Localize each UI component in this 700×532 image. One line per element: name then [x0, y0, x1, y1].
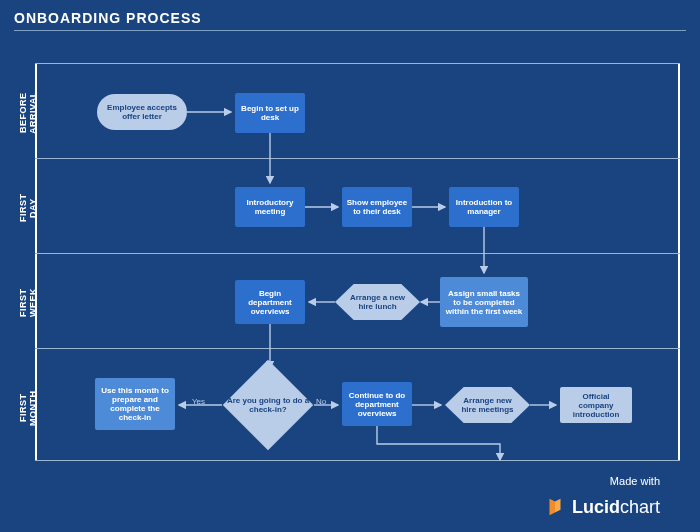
page-title: ONBOARDING PROCESS: [14, 10, 202, 26]
lane-divider: [35, 348, 680, 349]
node-setup-desk: Begin to set up desk: [235, 93, 305, 133]
node-company-intro: Official company introduction: [560, 387, 632, 423]
footer-made-with: Made with: [610, 475, 660, 487]
node-intro-meeting: Introductory meeting: [235, 187, 305, 227]
node-continue-dept: Continue to do department overviews: [342, 382, 412, 426]
lane-divider: [35, 253, 680, 254]
lane-label-month: FIRST MONTH: [18, 378, 32, 438]
title-underline: [14, 30, 686, 31]
node-prepare-checkin: Use this month to prepare and complete t…: [95, 378, 175, 430]
node-hire-meetings: Arrange new hire meetings: [445, 387, 530, 423]
lane-label-week: FIRST WEEK: [18, 275, 32, 330]
swimlane-right-border: [678, 63, 680, 460]
lucidchart-text: Lucidchart: [572, 497, 660, 518]
node-show-desk: Show employee to their desk: [342, 187, 412, 227]
lane-divider: [35, 460, 680, 461]
flow-arrows: [0, 0, 700, 532]
node-accept-offer: Employee accepts offer letter: [97, 94, 187, 130]
edge-label-no: No: [316, 397, 326, 406]
lane-divider: [35, 63, 680, 64]
edge-label-yes: Yes: [192, 397, 205, 406]
lane-label-day: FIRST DAY: [18, 183, 32, 233]
node-dept-overviews: Begin department overviews: [235, 280, 305, 324]
node-hire-lunch: Arrange a new hire lunch: [335, 284, 420, 320]
lane-divider: [35, 158, 680, 159]
lucidchart-logo: Lucidchart: [544, 496, 660, 518]
node-assign-tasks: Assign small tasks to be completed withi…: [440, 277, 528, 327]
node-checkin-decision-text: Are you going to do a check-in?: [225, 384, 311, 426]
node-intro-manager: Introduction to manager: [449, 187, 519, 227]
lucidchart-icon: [544, 496, 566, 518]
lane-label-before: BEFORE ARRIVAL: [18, 78, 32, 148]
